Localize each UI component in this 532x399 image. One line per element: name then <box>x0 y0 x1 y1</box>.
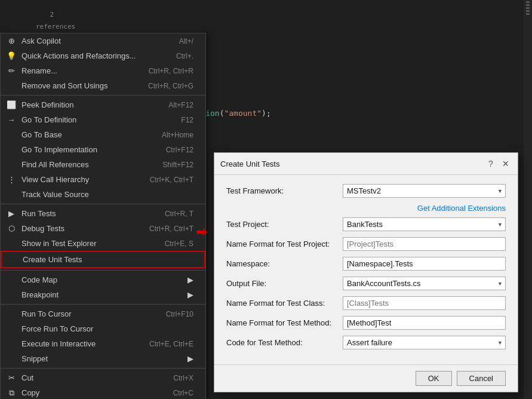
test-project-select[interactable]: BankTests <box>343 217 506 231</box>
copy-icon: ⧉ <box>5 388 17 398</box>
menu-label-create-unit-tests: Create Unit Tests <box>23 255 180 264</box>
menu-item-create-unit-tests[interactable]: Create Unit Tests <box>1 251 205 268</box>
namespace-control <box>343 257 506 271</box>
test-framework-row: Test Framework: MSTestv2 <box>226 184 506 198</box>
dialog-title: Create Unit Tests <box>220 159 279 168</box>
menu-label: Quick Actions and Refactorings... <box>21 51 164 60</box>
ok-button[interactable]: OK <box>416 371 452 386</box>
menu-item-debug-tests[interactable]: ⬡ Debug Tests Ctrl+R, Ctrl+T <box>1 221 205 236</box>
menu-item-show-test-explorer[interactable]: Show in Test Explorer Ctrl+E, S <box>1 236 205 251</box>
name-format-project-label: Name Format for Test Project: <box>226 240 343 248</box>
shortcut: Ctrl+R, T <box>165 210 193 218</box>
menu-item-track-value[interactable]: Track Value Source <box>1 187 205 202</box>
menu-item-goto-base[interactable]: Go To Base Alt+Home <box>1 127 205 142</box>
menu-label: Code Map <box>21 275 173 284</box>
menu-label: Ask Copilot <box>21 36 167 45</box>
shortcut: Ctrl+X <box>173 374 193 382</box>
menu-item-run-to-cursor[interactable]: Run To Cursor Ctrl+F10 <box>1 306 205 321</box>
test-project-control: BankTests <box>343 217 506 231</box>
shortcut: Alt+/ <box>179 37 193 45</box>
name-format-project-control <box>343 237 506 251</box>
hierarchy-icon: ⋮ <box>5 175 17 184</box>
dialog-titlebar: Create Unit Tests ? ✕ <box>214 153 518 175</box>
namespace-row: Namespace: <box>226 257 506 271</box>
copilot-icon: ⊕ <box>5 36 17 45</box>
menu-item-rename[interactable]: ✏ Rename... Ctrl+R, Ctrl+R <box>1 63 205 78</box>
name-format-project-input[interactable] <box>343 237 506 251</box>
selected-item-arrow: ➡ <box>196 225 207 240</box>
code-for-method-control: Assert failure <box>343 336 506 349</box>
dialog-help-button[interactable]: ? <box>485 158 497 170</box>
menu-item-cut[interactable]: ✂ Cut Ctrl+X <box>1 370 205 385</box>
menu-item-force-run-cursor[interactable]: Force Run To Cursor <box>1 321 205 336</box>
menu-label: Execute in Interactive <box>21 339 137 348</box>
test-project-label: Test Project: <box>226 220 343 229</box>
menu-item-copy[interactable]: ⧉ Copy Ctrl+C <box>1 385 205 399</box>
menu-label: Run To Cursor <box>21 309 154 318</box>
name-format-method-input[interactable] <box>343 316 506 330</box>
submenu-arrow3: ▶ <box>187 354 193 363</box>
separator3 <box>1 270 205 271</box>
menu-item-peek-definition[interactable]: ⬜ Peek Definition Alt+F12 <box>1 97 205 112</box>
dialog-content: Test Framework: MSTestv2 Get Additional … <box>214 175 518 364</box>
dialog-controls: ? ✕ <box>485 158 512 170</box>
output-file-select[interactable]: BankAccountTests.cs <box>343 277 506 290</box>
shortcut: Shift+F12 <box>162 161 193 169</box>
code-for-method-row: Code for Test Method: Assert failure <box>226 336 506 349</box>
code-for-method-select[interactable]: Assert failure <box>343 336 506 349</box>
output-file-control: BankAccountTests.cs <box>343 277 506 290</box>
menu-item-run-tests[interactable]: ▶ Run Tests Ctrl+R, T <box>1 206 205 221</box>
menu-item-find-references[interactable]: Find All References Shift+F12 <box>1 157 205 172</box>
cancel-button[interactable]: Cancel <box>457 371 506 386</box>
test-project-row: Test Project: BankTests <box>226 217 506 231</box>
menu-item-code-map[interactable]: Code Map ▶ <box>1 272 205 287</box>
dialog-close-button[interactable]: ✕ <box>500 158 512 170</box>
menu-label: Cut <box>21 373 161 382</box>
shortcut: F12 <box>181 116 193 124</box>
separator2 <box>1 204 205 204</box>
shortcut: Ctrl+R, Ctrl+T <box>149 225 193 233</box>
menu-item-goto-implementation[interactable]: Go To Implementation Ctrl+F12 <box>1 142 205 157</box>
submenu-arrow: ▶ <box>187 275 193 284</box>
rename-icon: ✏ <box>5 66 17 75</box>
shortcut: Ctrl+C <box>173 389 193 397</box>
menu-label: Debug Tests <box>21 224 137 233</box>
lightbulb-icon: 💡 <box>5 51 17 60</box>
editor-minimap <box>524 0 532 399</box>
output-file-label: Output File: <box>226 279 343 288</box>
menu-label: Find All References <box>21 160 150 169</box>
code-for-method-select-wrapper: Assert failure <box>343 336 506 349</box>
name-format-class-control <box>343 296 506 310</box>
menu-label: Copy <box>21 388 161 397</box>
name-format-method-control <box>343 316 506 330</box>
shortcut: Ctrl+F10 <box>166 310 193 318</box>
menu-item-execute-interactive[interactable]: Execute in Interactive Ctrl+E, Ctrl+E <box>1 336 205 351</box>
menu-item-ask-copilot[interactable]: ⊕ Ask Copilot Alt+/ <box>1 33 205 48</box>
test-framework-select[interactable]: MSTestv2 <box>343 184 506 198</box>
context-menu: ⊕ Ask Copilot Alt+/ 💡 Quick Actions and … <box>0 33 206 399</box>
shortcut: Alt+F12 <box>168 101 193 109</box>
create-unit-tests-dialog: Create Unit Tests ? ✕ Test Framework: MS… <box>214 152 518 392</box>
menu-label: Breakpoint <box>21 290 173 299</box>
menu-label: Go To Base <box>21 130 150 139</box>
menu-item-call-hierarchy[interactable]: ⋮ View Call Hierarchy Ctrl+K, Ctrl+T <box>1 172 205 187</box>
name-format-class-input[interactable] <box>343 296 506 310</box>
menu-label: Go To Definition <box>21 115 169 124</box>
separator5 <box>1 368 205 369</box>
debug-icon: ⬡ <box>5 224 17 233</box>
peek-icon: ⬜ <box>5 100 17 109</box>
shortcut: Ctrl+E, Ctrl+E <box>149 340 193 348</box>
shortcut: Ctrl+E, S <box>165 240 193 248</box>
menu-item-quick-actions[interactable]: 💡 Quick Actions and Refactorings... Ctrl… <box>1 48 205 63</box>
namespace-input[interactable] <box>343 257 506 271</box>
menu-label: Track Value Source <box>21 190 182 199</box>
shortcut: Ctrl+K, Ctrl+T <box>150 176 193 184</box>
menu-label: Peek Definition <box>21 100 156 109</box>
menu-item-remove-usings[interactable]: Remove and Sort Usings Ctrl+R, Ctrl+G <box>1 78 205 93</box>
menu-item-breakpoint[interactable]: Breakpoint ▶ <box>1 287 205 302</box>
name-format-class-label: Name Format for Test Class: <box>226 299 343 308</box>
menu-item-goto-definition[interactable]: → Go To Definition F12 <box>1 112 205 127</box>
additional-extensions-link[interactable]: Get Additional Extensions <box>417 204 506 213</box>
separator <box>1 95 205 96</box>
menu-item-snippet[interactable]: Snippet ▶ <box>1 351 205 366</box>
